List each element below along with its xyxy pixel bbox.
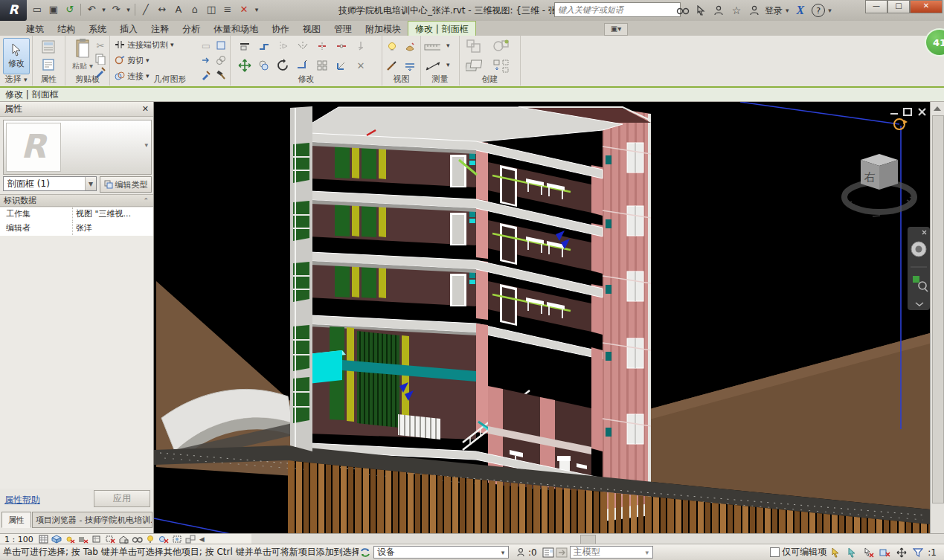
close-button[interactable]: ✕ [910, 0, 943, 13]
aligned-dimension-icon[interactable]: ↔ [155, 2, 170, 17]
tab-insert[interactable]: 插入 [113, 22, 144, 37]
mirror-axis-icon[interactable] [275, 38, 292, 54]
infocenter-search-input[interactable] [554, 2, 681, 17]
unpin-icon[interactable] [353, 38, 369, 54]
dimension-diagonal-icon[interactable] [424, 58, 440, 74]
type-selector[interactable]: 剖面框 (1) ▾ [3, 176, 97, 191]
view-window-controls[interactable] [890, 109, 925, 115]
type-selector-dropdown-icon[interactable]: ▾ [85, 177, 96, 190]
viewcube-face-label[interactable]: 右 [864, 170, 876, 184]
thin-lines-toggle-icon[interactable] [402, 58, 418, 74]
measure-icon[interactable]: ╱ [138, 2, 153, 17]
join-cut-button[interactable]: 连接端切割▾ [115, 39, 174, 51]
tab-modify-section-box[interactable]: 修改 | 剖面框 [408, 21, 476, 37]
minimize-button[interactable]: — [865, 0, 887, 13]
select-links-icon[interactable] [829, 547, 843, 559]
editing-requests-icon[interactable] [515, 547, 528, 559]
tab-structure[interactable]: 结构 [51, 22, 82, 37]
create-assembly-icon[interactable] [492, 38, 509, 54]
signin-label[interactable]: 登录 [765, 4, 783, 17]
property-row-edited-by[interactable]: 编辑者 张洋 [0, 222, 153, 236]
hide-isolate-icon[interactable] [131, 535, 144, 544]
tab-massing-site[interactable]: 体量和场地 [207, 22, 265, 37]
tab-architecture[interactable]: 建筑 [19, 22, 51, 37]
vertical-scrollbar[interactable] [930, 102, 944, 533]
beam-cope-icon[interactable]: ▭ [198, 37, 214, 54]
tab-project-browser[interactable]: 项目浏览器 - 技师学院机电培训... [32, 512, 152, 528]
mirror-line-icon[interactable] [295, 38, 311, 54]
building-section-stories[interactable] [295, 132, 603, 335]
redo-dropdown-icon[interactable]: ▾ [125, 2, 132, 17]
worksharing-display-icon[interactable] [158, 535, 170, 544]
tab-annotate[interactable]: 注释 [144, 22, 176, 37]
close-hidden-windows-icon[interactable]: ✕ [237, 2, 251, 17]
offset-copy-icon[interactable] [256, 57, 272, 74]
scroll-up-icon[interactable] [934, 106, 941, 111]
select-pinned-icon[interactable] [862, 547, 876, 559]
vertical-scroll-thumb[interactable] [932, 115, 944, 503]
edit-type-button[interactable]: 编辑类型 [100, 176, 152, 193]
tab-view[interactable]: 视图 [296, 22, 327, 37]
shadows-icon[interactable] [77, 535, 90, 544]
collapse-viewbar-icon[interactable]: ◀ [199, 535, 205, 543]
scale-icon[interactable] [333, 57, 350, 74]
redo-icon[interactable]: ↷ [109, 2, 123, 17]
show-crop-icon[interactable] [104, 535, 117, 544]
drawing-area[interactable]: 右 [154, 102, 930, 533]
text-note-icon[interactable]: A [171, 2, 186, 17]
locked-view-icon[interactable] [118, 535, 130, 544]
ribbon-state-toggle[interactable]: ▣▾ [604, 23, 628, 36]
delete-icon[interactable]: ✕ [353, 57, 369, 74]
split-face-icon[interactable] [198, 52, 214, 68]
signin-person-icon[interactable] [747, 3, 762, 18]
active-design-option-select[interactable]: 主模型 ▾ [570, 546, 653, 559]
viewcube[interactable]: 右 [844, 154, 916, 216]
active-workset-select[interactable]: 设备 ▾ [373, 546, 509, 559]
properties-close-icon[interactable]: ✕ [142, 102, 149, 116]
application-menu-button[interactable]: R [0, 0, 27, 21]
view-close-icon[interactable] [919, 109, 925, 115]
preview-dropdown-icon[interactable]: ▾ [144, 141, 148, 149]
sun-path-icon[interactable] [64, 535, 77, 544]
measure-ruler-icon[interactable] [424, 39, 440, 55]
help-dropdown-icon[interactable]: ▾ [828, 7, 832, 14]
open-icon[interactable]: ▭ [30, 2, 45, 17]
subscription-pointer-icon[interactable] [693, 3, 708, 18]
reveal-hidden-icon[interactable] [144, 535, 157, 544]
select-by-face-icon[interactable] [879, 547, 892, 559]
collapse-section-icon[interactable]: ⌃ [143, 195, 149, 207]
render-icon[interactable] [402, 39, 418, 55]
communication-person-icon[interactable] [711, 3, 726, 18]
worksets-icon[interactable] [359, 547, 372, 559]
cut-geometry-button[interactable]: 剪切▾ [115, 54, 150, 66]
dimension-dropdown-icon[interactable]: ▾ [446, 61, 450, 68]
type-properties-icon[interactable] [40, 57, 57, 73]
trim-extend-icon[interactable] [295, 57, 311, 74]
property-row-workset[interactable]: 工作集 视图 "三维视... [0, 207, 153, 222]
linework-brush-icon[interactable] [384, 58, 400, 74]
editable-only-checkbox[interactable]: 仅可编辑项 [770, 546, 826, 559]
measure-dropdown-icon[interactable]: ▾ [446, 42, 450, 49]
undo-icon[interactable]: ↶ [84, 2, 99, 17]
tab-addins[interactable]: 附加模块 [359, 22, 408, 37]
save-icon[interactable]: ▣ [46, 2, 61, 17]
detail-level-icon[interactable] [37, 535, 50, 544]
thin-lines-icon[interactable]: ≡ [220, 2, 235, 17]
tab-properties-palette[interactable]: 属性 [1, 512, 31, 528]
tab-manage[interactable]: 管理 [327, 22, 359, 37]
wall-joins-icon[interactable] [213, 37, 229, 54]
drag-on-selection-icon[interactable] [895, 547, 908, 559]
sync-icon[interactable]: ↺ [62, 2, 77, 17]
model-3d-view[interactable]: 右 [154, 102, 930, 533]
tab-collaborate[interactable]: 协作 [265, 22, 296, 37]
split-gap-icon[interactable] [333, 38, 350, 54]
rotate-icon[interactable] [275, 57, 292, 74]
move-icon[interactable] [237, 57, 253, 74]
unjoin-icon[interactable] [213, 52, 229, 68]
visual-style-icon[interactable] [51, 535, 63, 544]
properties-palette-icon[interactable] [40, 39, 57, 55]
view-restore-icon[interactable] [904, 109, 911, 115]
cope-icon[interactable] [256, 38, 272, 54]
exchange-apps-icon[interactable]: X [797, 4, 805, 17]
section-icon[interactable]: ◫ [204, 2, 219, 17]
